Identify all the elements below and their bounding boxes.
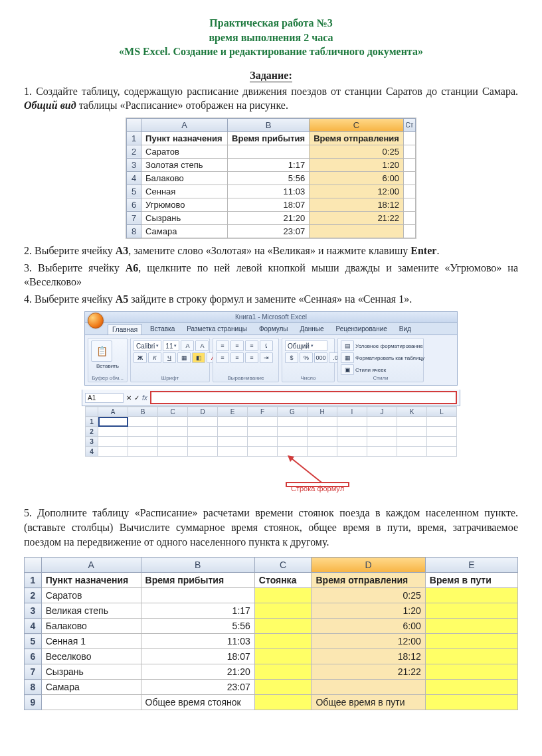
col-header[interactable]: A [98,407,128,417]
cell[interactable]: Самара [141,224,228,238]
cell[interactable] [308,417,337,427]
align-center-icon[interactable]: ≡ [230,352,244,363]
cell[interactable] [425,603,517,619]
row-header[interactable]: 5 [127,185,141,198]
col-header[interactable]: C [158,407,188,417]
cell[interactable] [188,447,218,457]
row-header[interactable]: 3 [86,437,98,447]
select-all-corner[interactable] [25,558,42,573]
cell[interactable] [367,447,397,457]
cell[interactable]: 12:00 [312,634,425,649]
row-header[interactable]: 4 [25,619,42,634]
ribbon-tab[interactable]: Рецензирование [332,324,391,335]
select-all-corner[interactable] [127,118,141,131]
header-cell[interactable]: Пункт назначения [141,131,228,145]
col-header[interactable]: G [278,407,308,417]
col-header[interactable]: J [367,407,397,417]
font-name-select[interactable]: Calibri▾ [134,340,161,351]
cell[interactable]: 21:20 [141,664,254,680]
cell[interactable] [254,588,312,603]
cell[interactable]: 18:07 [228,198,310,211]
row-header[interactable]: 6 [25,649,42,664]
cell[interactable] [248,427,278,437]
cell[interactable] [397,447,427,457]
col-header-C[interactable]: C [254,558,312,573]
cell[interactable] [158,437,188,447]
cell[interactable]: 11:03 [228,185,310,198]
cell[interactable] [367,427,397,437]
cell[interactable]: Балаково [141,171,228,185]
header-cell[interactable]: Стоянка [254,573,312,588]
cell[interactable] [425,619,517,634]
header-cell[interactable]: Пункт назначения [41,573,141,588]
cell[interactable] [254,619,312,634]
align-bottom-icon[interactable]: ≡ [245,340,258,351]
currency-icon[interactable]: $ [285,352,298,363]
cell[interactable]: 11:03 [141,634,254,649]
cell[interactable] [397,427,427,437]
cell[interactable]: Самара [41,680,141,695]
cell[interactable] [254,603,312,619]
header-cell[interactable]: Время отправления [310,131,404,145]
cell[interactable] [98,417,128,427]
cell[interactable] [248,417,278,427]
col-header[interactable]: B [128,407,158,417]
row-header[interactable]: 4 [127,171,141,185]
cell[interactable] [128,417,158,427]
row-header[interactable]: 1 [86,417,98,427]
cell[interactable] [158,417,188,427]
cell[interactable] [308,437,337,447]
cell[interactable]: 21:20 [228,211,310,224]
cell[interactable] [427,417,457,427]
cell[interactable] [128,437,158,447]
cell[interactable]: 18:12 [310,198,404,211]
cell[interactable] [397,417,427,427]
cancel-icon[interactable]: ✕ [126,394,132,402]
cell[interactable] [218,447,248,457]
cell[interactable] [98,437,128,447]
row-header[interactable]: 9 [25,695,42,710]
cell[interactable] [254,664,312,680]
italic-button[interactable]: К [148,352,161,363]
col-header-D[interactable]: D [312,558,425,573]
cell[interactable]: 18:07 [141,649,254,664]
cell[interactable]: 0:25 [310,145,404,158]
col-header[interactable]: K [397,407,427,417]
row-header[interactable]: 3 [25,603,42,619]
cell[interactable]: Великая степь [41,603,141,619]
cell[interactable] [128,427,158,437]
cell[interactable]: 21:22 [312,664,425,680]
cell[interactable] [141,588,254,603]
ribbon-tab[interactable]: Данные [296,324,327,335]
cell[interactable]: Веселково [41,649,141,664]
cell[interactable] [278,427,308,437]
cell[interactable]: 23:07 [141,680,254,695]
cell[interactable]: 6:00 [312,619,425,634]
header-cell[interactable]: Время прибытия [141,573,254,588]
col-header[interactable]: L [427,407,457,417]
cell[interactable]: 23:07 [228,224,310,238]
ribbon-tab[interactable]: Вставка [146,324,179,335]
cell[interactable] [310,224,404,238]
cell[interactable]: Золотая степь [141,158,228,171]
cell[interactable] [367,437,397,447]
formula-input[interactable] [150,391,457,404]
indent-icon[interactable]: ⇥ [260,352,273,363]
fill-color-button[interactable]: ◧ [192,352,205,363]
col-header[interactable]: F [248,407,278,417]
cell[interactable] [367,417,397,427]
cell[interactable] [425,649,517,664]
col-header[interactable]: H [308,407,337,417]
cell[interactable] [278,437,308,447]
number-format-select[interactable]: Общий▾ [285,340,327,351]
cell[interactable]: 1:20 [310,158,404,171]
row-header[interactable]: 2 [127,145,141,158]
col-header-A[interactable]: A [41,558,141,573]
cell[interactable] [337,447,367,457]
cell-styles-icon[interactable]: ▣ [341,364,354,375]
cell[interactable] [425,664,517,680]
bold-button[interactable]: Ж [134,352,147,363]
row-header[interactable]: 3 [127,158,141,171]
ribbon-tab[interactable]: Разметка страницы [183,324,251,335]
cell[interactable]: Саратов [141,145,228,158]
